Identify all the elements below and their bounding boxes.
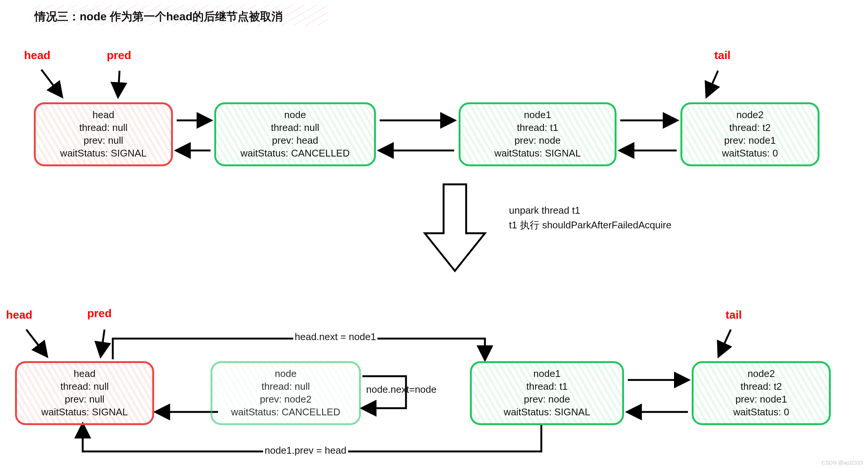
label-tail-bottom: tail bbox=[726, 308, 742, 321]
diagram-viewport: 情况三：node 作为第一个head的后继节点被取消 head pred tai… bbox=[0, 0, 868, 468]
diagram-title: 情况三：node 作为第一个head的后继节点被取消 bbox=[35, 9, 283, 24]
node-thread: thread: t1 bbox=[526, 380, 568, 393]
node-name: node bbox=[284, 109, 306, 122]
node-thread: thread: null bbox=[271, 122, 320, 134]
bottom-node1: node1 thread: t1 prev: node waitStatus: … bbox=[470, 361, 624, 425]
top-node2: node2 thread: t2 prev: node1 waitStatus:… bbox=[680, 102, 820, 166]
svg-line-13 bbox=[101, 330, 105, 356]
top-node1: node1 thread: t1 prev: node waitStatus: … bbox=[459, 102, 617, 166]
node-status: waitStatus: 0 bbox=[722, 147, 778, 160]
node-thread: thread: t1 bbox=[517, 122, 558, 134]
bottom-node: node thread: null prev: node2 waitStatus… bbox=[211, 361, 361, 425]
node-prev: prev: node1 bbox=[724, 134, 776, 147]
node-name: node2 bbox=[736, 109, 763, 122]
node-thread: thread: null bbox=[61, 380, 109, 393]
node-status: waitStatus: SIGNAL bbox=[60, 147, 147, 160]
node-thread: thread: t2 bbox=[729, 122, 771, 134]
node-prev: prev: node2 bbox=[260, 393, 311, 406]
label-head-bottom: head bbox=[6, 308, 32, 321]
transition-line2: t1 执行 shouldParkAfterFailedAcquire bbox=[509, 218, 671, 232]
node-name: head bbox=[92, 109, 114, 122]
node-name: node1 bbox=[533, 368, 560, 380]
node-thread: thread: t2 bbox=[741, 380, 782, 393]
svg-line-3 bbox=[41, 70, 62, 96]
node-status: waitStatus: SIGNAL bbox=[41, 406, 128, 419]
node-status: waitStatus: 0 bbox=[733, 406, 789, 419]
node-prev: prev: node1 bbox=[735, 393, 787, 406]
label-tail-top: tail bbox=[714, 49, 730, 62]
label-pred-top: pred bbox=[107, 49, 131, 62]
svg-line-4 bbox=[118, 71, 120, 96]
top-node: node thread: null prev: head waitStatus:… bbox=[214, 102, 376, 166]
label-head-top: head bbox=[24, 49, 50, 62]
transition-line1: unpark thread t1 bbox=[509, 203, 671, 218]
node-status: waitStatus: CANCELLED bbox=[241, 147, 350, 160]
node-name: head bbox=[74, 368, 95, 380]
node-name: node bbox=[275, 368, 297, 380]
node-prev: prev: null bbox=[83, 134, 123, 147]
node-thread: thread: null bbox=[262, 380, 310, 393]
svg-line-5 bbox=[707, 71, 718, 96]
top-node-head: head thread: null prev: null waitStatus:… bbox=[34, 102, 173, 166]
node-prev: prev: node bbox=[515, 134, 561, 147]
bottom-node2: node2 thread: t2 prev: node1 waitStatus:… bbox=[692, 361, 831, 425]
node-status: waitStatus: SIGNAL bbox=[494, 147, 581, 160]
node-name: node1 bbox=[524, 109, 551, 122]
label-pred-bottom: pred bbox=[87, 307, 112, 320]
node-name: node2 bbox=[748, 368, 775, 380]
node-status: waitStatus: CANCELLED bbox=[231, 406, 340, 419]
node-status: waitStatus: SIGNAL bbox=[504, 406, 590, 419]
svg-line-14 bbox=[719, 330, 731, 356]
transition-text: unpark thread t1 t1 执行 shouldParkAfterFa… bbox=[507, 203, 673, 232]
edge-label-head-next: head.next = node1 bbox=[293, 331, 377, 343]
edge-label-node1-prev: node1.prev = head bbox=[263, 445, 348, 456]
svg-line-12 bbox=[26, 330, 47, 356]
watermark: CSDN @wzl2333 bbox=[822, 460, 863, 466]
node-thread: thread: null bbox=[79, 122, 128, 134]
bottom-node-head: head thread: null prev: null waitStatus:… bbox=[15, 361, 154, 425]
edge-label-node-self: node.next=node bbox=[365, 384, 438, 395]
node-prev: prev: node bbox=[524, 393, 570, 406]
node-prev: prev: head bbox=[272, 134, 318, 147]
node-prev: prev: null bbox=[65, 393, 105, 406]
